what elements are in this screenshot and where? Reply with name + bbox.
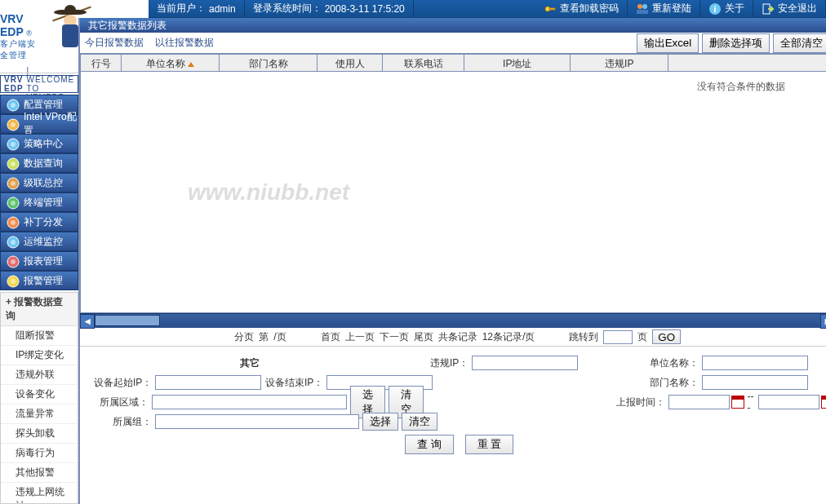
group-clear-button[interactable]: 清空 (402, 413, 437, 431)
pager-paging-label: 分页 (234, 330, 254, 344)
horizontal-scrollbar[interactable]: ◄ ► (80, 313, 826, 328)
table-column-header[interactable]: IP地址 (464, 55, 571, 71)
pager-per-page-label: 12条记录/页 (482, 330, 535, 344)
table-column-header[interactable]: 行号 (81, 55, 122, 71)
table-column-header[interactable]: 部门名称 (220, 55, 318, 71)
sub-nav-item[interactable]: 病毒行为 (1, 444, 78, 463)
pager-page-prefix: 第 (259, 330, 269, 344)
table-column-header[interactable]: 联系电话 (383, 55, 464, 71)
nav-item-label: 策略中心 (24, 137, 63, 151)
tab-history-alarms[interactable]: 以往报警数据 (155, 36, 214, 50)
delete-selected-button[interactable]: 删除选择项 (702, 33, 770, 53)
about-button[interactable]: i 关于 (700, 0, 753, 17)
area-input[interactable] (152, 395, 347, 409)
about-label: 关于 (725, 2, 744, 15)
svg-point-21 (11, 220, 16, 225)
group-label: 所属组： (80, 415, 155, 429)
pager-page-unit: 页 (637, 330, 647, 344)
scroll-left-button[interactable]: ◄ (80, 314, 95, 329)
login-time: 登录系统时间： 2008-3-11 17:5:20 (245, 0, 414, 17)
filter-form: 其它 违规IP： 单位名称： 设备起始IP： 设备结束IP： 部门名称： 所属区… (80, 346, 826, 461)
logo-reg-symbol: ® (26, 29, 32, 38)
nav-item-icon (6, 196, 20, 210)
welcome-bar: VRV EDP | WELCOME TO VRVEDP (0, 75, 78, 93)
current-user-label: 当前用户： (157, 2, 206, 15)
nav-group-alarm-query[interactable]: + 报警数据查询 (1, 293, 78, 326)
report-time-start-input[interactable] (668, 395, 730, 409)
sub-nav-item[interactable]: 流量异常 (1, 405, 78, 424)
pager-prev-button[interactable]: 上一页 (345, 330, 375, 344)
pager-next-button[interactable]: 下一页 (380, 330, 409, 344)
table-body: 没有符合条件的数据 (80, 72, 826, 313)
pager-jump-input[interactable] (603, 330, 633, 344)
sub-nav-item[interactable]: 设备变化 (1, 385, 78, 405)
table-column-header[interactable]: 违规IP (571, 55, 668, 71)
dev-end-ip-label: 设备结束IP： (261, 376, 326, 390)
svg-point-15 (11, 161, 16, 166)
sub-nav-item[interactable]: IP绑定变化 (1, 346, 78, 365)
group-input[interactable] (155, 414, 359, 429)
svg-point-11 (11, 122, 16, 127)
svg-rect-4 (637, 10, 648, 14)
nav-main-item-5[interactable]: 终端管理 (0, 192, 78, 212)
clear-all-button[interactable]: 全部清空 (773, 33, 826, 53)
nav-main-item-8[interactable]: 报表管理 (0, 251, 78, 271)
relogin-label: 重新登陆 (652, 2, 691, 15)
svg-point-2 (637, 4, 642, 9)
reset-button[interactable]: 重 置 (465, 435, 514, 454)
nav-main-item-1[interactable]: Intel VPro配置 (0, 114, 78, 134)
unit-name-input[interactable] (702, 356, 808, 370)
scroll-thumb[interactable] (95, 315, 160, 326)
export-excel-button[interactable]: 输出Excel (637, 33, 699, 53)
relogin-button[interactable]: 重新登陆 (628, 0, 700, 17)
table-header: 行号单位名称部门名称使用人联系电话IP地址违规IP (80, 54, 826, 72)
empty-message: 没有符合条件的数据 (81, 72, 826, 102)
safe-exit-button[interactable]: 安全退出 (753, 0, 826, 17)
pager-go-button[interactable]: GO (652, 329, 681, 344)
table-column-header[interactable]: 使用人 (318, 55, 383, 71)
nav-main-item-9[interactable]: 报警管理 (0, 271, 78, 290)
scroll-right-button[interactable]: ► (820, 314, 826, 329)
nav-item-icon (6, 235, 20, 250)
panel-title: 其它报警数据列表 (80, 18, 826, 33)
form-section-title: 其它 (80, 356, 423, 370)
pager: 分页 第/页 首页 上一页 下一页 尾页 共条记录 12条记录/页 跳转到 页 … (80, 328, 826, 346)
sub-nav-item[interactable]: 其他报警 (1, 463, 78, 483)
svg-point-19 (11, 201, 16, 206)
dev-start-ip-label: 设备起始IP： (80, 376, 155, 390)
nav-item-icon (6, 117, 20, 132)
nav-main-item-3[interactable]: 数据查询 (0, 153, 78, 173)
pager-page-suffix: /页 (273, 330, 286, 344)
sub-nav-item[interactable]: 违规外联 (1, 365, 78, 385)
dept-name-input[interactable] (702, 375, 808, 390)
date-separator: --- (748, 391, 757, 413)
tab-today-alarms[interactable]: 今日报警数据 (85, 36, 144, 50)
sub-nav-item[interactable]: 违规上网统计 (1, 483, 78, 504)
panel-toolbar: 今日报警数据 以往报警数据 输出Excel 删除选择项 全部清空 (80, 33, 826, 54)
violate-ip-label: 违规IP： (423, 356, 472, 370)
table-column-header[interactable]: 单位名称 (122, 55, 220, 71)
report-time-end-input[interactable] (758, 395, 819, 409)
pager-last-button[interactable]: 尾页 (414, 330, 433, 344)
violate-ip-input[interactable] (472, 356, 578, 370)
pager-first-button[interactable]: 首页 (321, 330, 340, 344)
nav-main-item-7[interactable]: 运维监控 (0, 232, 78, 251)
nav-item-icon (6, 176, 20, 191)
sub-nav-item[interactable]: 探头卸载 (1, 424, 78, 444)
current-user: 当前用户： admin (149, 0, 245, 17)
users-icon (636, 2, 649, 15)
nav-main-item-4[interactable]: 级联总控 (0, 173, 78, 192)
nav-item-icon (6, 215, 20, 230)
nav-item-icon (6, 274, 20, 289)
sub-nav-item[interactable]: 阻断报警 (1, 326, 78, 346)
nav-item-label: 报警管理 (24, 274, 63, 288)
search-button[interactable]: 查 询 (405, 435, 454, 454)
view-uninstall-password-button[interactable]: 查看卸载密码 (535, 0, 628, 17)
nav-main-item-6[interactable]: 补丁分发 (0, 212, 78, 232)
group-select-button[interactable]: 选择 (362, 413, 398, 431)
nav-main-item-2[interactable]: 策略中心 (0, 134, 78, 153)
calendar-start-icon[interactable] (731, 396, 744, 409)
dev-start-ip-input[interactable] (155, 375, 261, 390)
calendar-end-icon[interactable] (821, 396, 826, 409)
current-user-value: admin (209, 3, 236, 15)
